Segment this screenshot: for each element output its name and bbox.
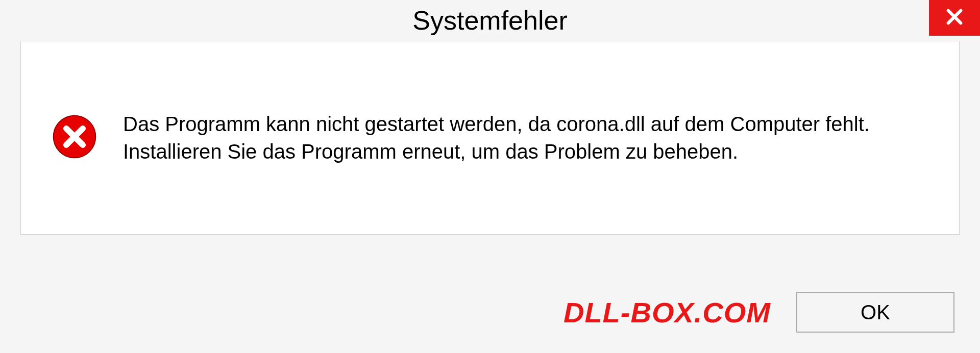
dialog-title: Systemfehler bbox=[412, 5, 567, 36]
ok-button[interactable]: OK bbox=[796, 292, 954, 333]
titlebar: Systemfehler bbox=[0, 0, 980, 41]
error-dialog: Systemfehler Das Programm kann nicht ges… bbox=[0, 0, 980, 353]
close-icon bbox=[944, 6, 965, 30]
error-message: Das Programm kann nicht gestartet werden… bbox=[123, 110, 928, 165]
error-icon bbox=[52, 114, 97, 162]
watermark-text: DLL-BOX.COM bbox=[564, 296, 771, 329]
content-area: Das Programm kann nicht gestartet werden… bbox=[20, 41, 960, 235]
close-button[interactable] bbox=[929, 0, 980, 36]
footer-bar: DLL-BOX.COM OK bbox=[0, 271, 980, 353]
